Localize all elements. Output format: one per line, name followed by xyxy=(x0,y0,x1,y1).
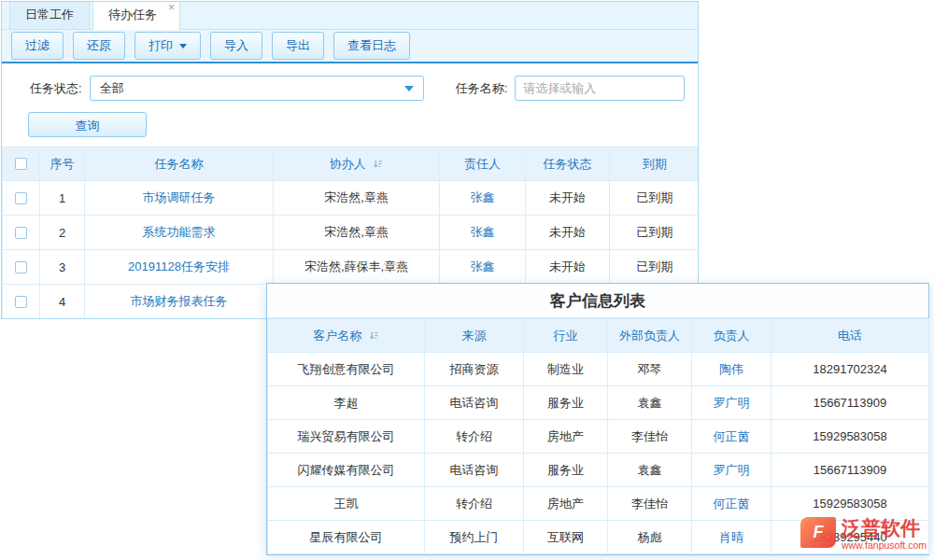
col-status: 任务状态 xyxy=(526,147,610,181)
close-icon[interactable]: × xyxy=(168,2,175,13)
owner-link[interactable]: 何正茵 xyxy=(714,429,750,443)
table-row: 李超 电话咨询 服务业 袁鑫 罗广明 15667113909 xyxy=(268,386,929,420)
industry-cell: 互联网 xyxy=(524,521,608,554)
source-cell: 预约上门 xyxy=(425,521,524,554)
phone-cell: 15667113909 xyxy=(771,386,929,420)
col-industry: 行业 xyxy=(524,319,608,353)
tab-bar: 日常工作 待办任务 × xyxy=(2,2,698,30)
checkbox-cell xyxy=(3,216,40,250)
table-row: 闪耀传媒有限公司 电话咨询 服务业 袁鑫 罗广明 15667113909 xyxy=(268,454,929,487)
restore-button-label: 还原 xyxy=(87,37,111,54)
tab-daily-work[interactable]: 日常工作 xyxy=(9,1,90,29)
view-log-button[interactable]: 查看日志 xyxy=(333,32,410,60)
status-cell: 未开始 xyxy=(526,250,610,285)
col-helpers-label: 协办人 xyxy=(330,157,366,171)
col-owner: 责任人 xyxy=(440,147,526,181)
table-row: 1 市场调研任务 宋浩然,章燕 张鑫 未开始 已到期 xyxy=(3,181,700,216)
phone-cell: 18291702324 xyxy=(771,353,929,386)
fanpu-logo-icon: F xyxy=(800,517,836,548)
select-all-header xyxy=(3,147,40,181)
owner-link[interactable]: 张鑫 xyxy=(471,190,495,204)
select-all-checkbox[interactable] xyxy=(15,158,27,170)
industry-cell: 服务业 xyxy=(524,386,608,420)
col-customer-name[interactable]: 客户名称 xyxy=(268,319,425,353)
table-row: 瑞兴贸易有限公司 转介绍 房地产 李佳怡 何正茵 15929583058 xyxy=(268,420,929,454)
export-button[interactable]: 导出 xyxy=(272,32,324,60)
task-status-select[interactable]: 全部 xyxy=(90,76,424,101)
due-cell: 已到期 xyxy=(610,250,700,285)
external-owner-cell: 杨彪 xyxy=(608,521,692,554)
owner-cell: 罗广明 xyxy=(692,454,771,487)
phone-cell: 15929583058 xyxy=(771,487,929,521)
owner-link[interactable]: 张鑫 xyxy=(471,225,495,239)
table-row: 王凯 转介绍 房地产 李佳怡 何正茵 15929583058 xyxy=(268,487,929,521)
helpers-cell: 宋浩然,薛保丰,章燕 xyxy=(274,250,440,285)
query-button-label: 查询 xyxy=(76,119,100,133)
phone-cell: 15667113909 xyxy=(771,454,929,487)
filter-button[interactable]: 过滤 xyxy=(11,32,64,60)
row-checkbox[interactable] xyxy=(15,192,27,204)
helpers-cell: 宋浩然,章燕 xyxy=(274,181,440,216)
query-button[interactable]: 查询 xyxy=(28,112,147,137)
customer-info-dialog: 客户信息列表 客户名称 来源 行业 外部负责人 负责人 电话 xyxy=(266,283,929,555)
owner-link[interactable]: 张鑫 xyxy=(471,259,495,273)
no-cell: 2 xyxy=(40,216,85,250)
task-name-input[interactable] xyxy=(515,76,685,101)
restore-button[interactable]: 还原 xyxy=(73,32,125,60)
owner-cell: 何正茵 xyxy=(692,420,771,454)
row-checkbox[interactable] xyxy=(15,296,27,308)
industry-cell: 服务业 xyxy=(524,454,608,487)
tab-todo-tasks[interactable]: 待办任务 × xyxy=(92,1,180,30)
col-helpers[interactable]: 协办人 xyxy=(274,147,440,181)
chevron-down-icon xyxy=(404,86,414,91)
no-cell: 3 xyxy=(40,250,85,285)
view-log-button-label: 查看日志 xyxy=(347,37,396,54)
external-owner-cell: 邓琴 xyxy=(608,353,692,386)
tab-daily-work-label: 日常工作 xyxy=(25,7,74,21)
no-cell: 4 xyxy=(40,285,85,319)
checkbox-cell xyxy=(3,250,40,285)
task-name-link[interactable]: 系统功能需求 xyxy=(143,225,216,239)
customer-name-cell: 闪耀传媒有限公司 xyxy=(268,454,425,487)
owner-link[interactable]: 陶伟 xyxy=(719,362,743,376)
task-name-cell: 系统功能需求 xyxy=(85,216,274,250)
task-name-label: 任务名称: xyxy=(456,80,508,97)
external-owner-cell: 李佳怡 xyxy=(608,487,692,521)
print-button[interactable]: 打印 xyxy=(134,32,201,60)
import-button[interactable]: 导入 xyxy=(210,32,262,60)
owner-cell: 肖晴 xyxy=(692,521,771,554)
brand-watermark: F 泛普软件 www.fanpusoft.com xyxy=(800,517,927,551)
sort-icon xyxy=(369,330,379,341)
source-cell: 电话咨询 xyxy=(425,454,524,487)
owner-link[interactable]: 肖晴 xyxy=(719,530,743,544)
sort-icon xyxy=(373,159,383,169)
owner-link[interactable]: 罗广明 xyxy=(714,396,750,410)
status-cell: 未开始 xyxy=(526,216,610,250)
customer-name-cell: 飞翔创意有限公司 xyxy=(268,353,425,386)
task-name-link[interactable]: 市场财务报表任务 xyxy=(131,294,228,308)
customer-table-header-row: 客户名称 来源 行业 外部负责人 负责人 电话 xyxy=(268,319,929,353)
status-cell: 未开始 xyxy=(526,181,610,216)
export-button-label: 导出 xyxy=(286,37,310,54)
task-name-cell: 市场财务报表任务 xyxy=(85,285,274,319)
task-name-link[interactable]: 20191128任务安排 xyxy=(128,259,230,273)
customer-name-cell: 星辰有限公司 xyxy=(268,521,425,554)
row-checkbox[interactable] xyxy=(15,227,27,239)
source-cell: 电话咨询 xyxy=(425,386,524,420)
industry-cell: 房地产 xyxy=(524,420,608,454)
no-cell: 1 xyxy=(40,181,85,216)
industry-cell: 房地产 xyxy=(524,487,608,521)
industry-cell: 制造业 xyxy=(524,353,608,386)
customer-name-cell: 瑞兴贸易有限公司 xyxy=(268,420,425,454)
row-checkbox[interactable] xyxy=(15,261,27,273)
filter-row: 任务状态: 全部 任务名称: xyxy=(2,63,698,101)
col-customer-name-label: 客户名称 xyxy=(313,329,361,343)
col-phone: 电话 xyxy=(771,319,929,353)
owner-link[interactable]: 罗广明 xyxy=(714,463,750,477)
col-task-name: 任务名称 xyxy=(85,147,274,181)
filter-button-label: 过滤 xyxy=(25,37,50,54)
owner-link[interactable]: 何正茵 xyxy=(714,497,750,511)
task-name-link[interactable]: 市场调研任务 xyxy=(143,190,216,204)
toolbar: 过滤 还原 打印 导入 导出 查看日志 xyxy=(2,30,698,63)
customer-name-cell: 王凯 xyxy=(268,487,425,521)
